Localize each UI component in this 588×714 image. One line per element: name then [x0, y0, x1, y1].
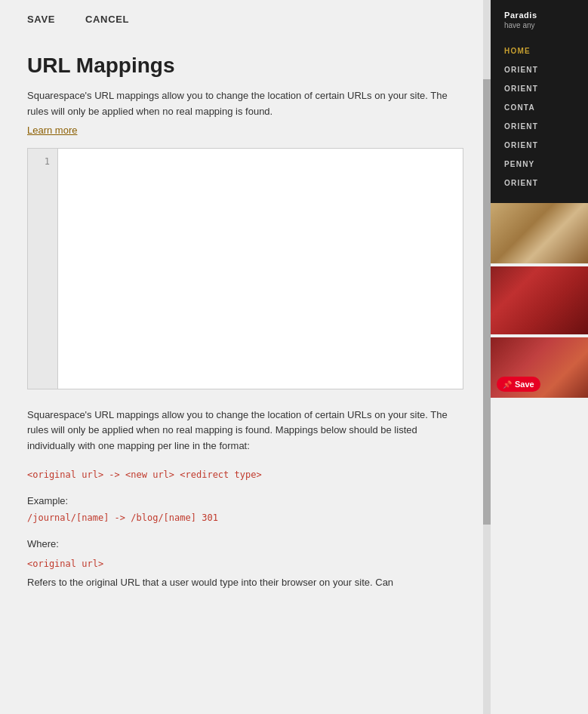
nav-item-6[interactable]: PENNY	[504, 155, 588, 174]
pin-icon: 📌	[503, 380, 512, 389]
example-code: /journal/[name] -> /blog/[name] 301	[27, 512, 463, 523]
nav-item-2[interactable]: ORIENT	[504, 79, 588, 98]
term-original: <original url>	[27, 559, 463, 569]
rug-image-3: 📌 Save	[491, 337, 588, 398]
page-title: URL Mappings	[27, 54, 463, 78]
nav-site-title: Paradis	[504, 11, 588, 20]
code-editor: 1	[27, 148, 463, 389]
nav-overlay: Paradis have any HOME ORIENT ORIENT CONT…	[491, 0, 588, 203]
example-label: Example:	[27, 495, 463, 506]
rug-image-1	[491, 203, 588, 263]
learn-more-link[interactable]: Learn more	[27, 125, 77, 136]
nav-item-4[interactable]: ORIENT	[504, 117, 588, 136]
code-format: <original url> -> <new url> <redirect ty…	[27, 469, 463, 480]
nav-item-5[interactable]: ORIENT	[504, 136, 588, 155]
cancel-button[interactable]: CANCEL	[85, 8, 129, 31]
nav-item-3[interactable]: CONTA	[504, 98, 588, 117]
where-label: Where:	[27, 538, 463, 549]
scrollbar-thumb[interactable]	[483, 79, 491, 525]
images-area: 📌 Save	[491, 203, 588, 714]
code-textarea[interactable]	[58, 149, 463, 389]
left-panel: SAVE CANCEL URL Mappings Squarespace's U…	[0, 0, 491, 714]
right-panel: Paradis have any HOME ORIENT ORIENT CONT…	[491, 0, 588, 714]
nav-item-home[interactable]: HOME	[504, 42, 588, 60]
line-numbers: 1	[28, 149, 58, 389]
scrollbar-track[interactable]	[483, 0, 491, 714]
content-area[interactable]: URL Mappings Squarespace's URL mappings …	[0, 38, 491, 714]
nav-site-subtitle: have any	[504, 21, 588, 29]
nav-item-1[interactable]: ORIENT	[504, 60, 588, 79]
save-pin-button[interactable]: 📌 Save	[497, 377, 540, 392]
rug-image-2	[491, 266, 588, 334]
below-description: Squarespace's URL mappings allow you to …	[27, 408, 463, 454]
description-text: Squarespace's URL mappings allow you to …	[27, 88, 463, 120]
nav-item-7[interactable]: ORIENT	[504, 174, 588, 192]
save-button[interactable]: SAVE	[27, 8, 55, 31]
toolbar: SAVE CANCEL	[0, 0, 491, 38]
term-description: Refers to the original URL that a user w…	[27, 575, 463, 591]
